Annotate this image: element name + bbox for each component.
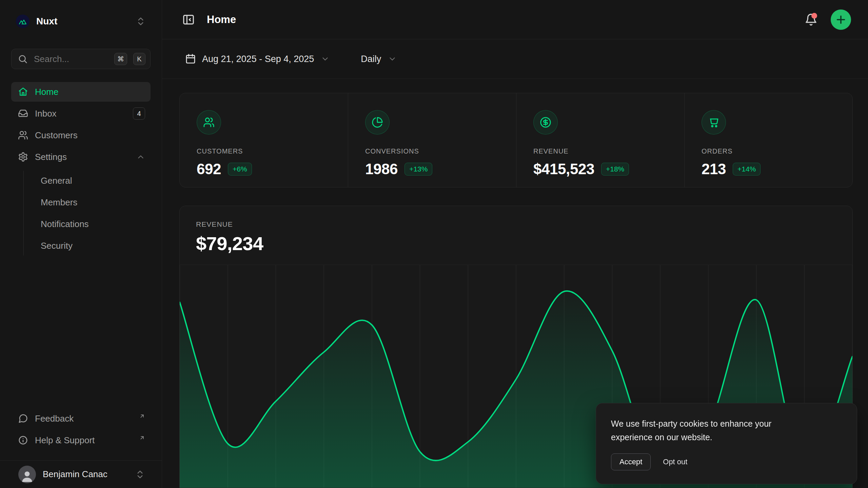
cookie-banner: We use first-party cookies to enhance yo… xyxy=(596,403,857,484)
sidebar-item-inbox[interactable]: Inbox 4 xyxy=(11,104,151,123)
shopping-cart-icon xyxy=(702,110,726,135)
sidebar-item-settings[interactable]: Settings xyxy=(11,147,151,167)
stat-card-customers[interactable]: CUSTOMERS 692 +6% xyxy=(180,93,348,187)
stat-label: CUSTOMERS xyxy=(197,147,243,155)
workspace-switcher[interactable]: Nuxt xyxy=(11,10,151,33)
user-name: Benjamin Canac xyxy=(43,469,128,480)
chevrons-up-down-icon xyxy=(136,16,146,26)
sidebar-item-home[interactable]: Home xyxy=(11,82,151,102)
revenue-total: $79,234 xyxy=(196,232,836,255)
chevron-down-icon xyxy=(388,55,397,63)
sidebar-item-label: Customers xyxy=(35,130,145,141)
feedback-link[interactable]: Feedback xyxy=(11,409,151,428)
cookie-message: We use first-party cookies to enhance yo… xyxy=(611,417,814,444)
inbox-count-badge: 4 xyxy=(133,107,145,120)
stat-delta-badge: +14% xyxy=(733,163,761,176)
kbd-k: K xyxy=(133,53,145,65)
stat-card-conversions[interactable]: CONVERSIONS 1986 +13% xyxy=(348,93,516,187)
granularity-select[interactable]: Daily xyxy=(355,49,403,69)
sidebar: Nuxt Search... ⌘ K Home Inbox 4 xyxy=(0,0,162,488)
dollar-circle-icon xyxy=(533,110,558,135)
opt-out-button[interactable]: Opt out xyxy=(663,458,687,466)
stat-delta-badge: +13% xyxy=(405,163,432,176)
accept-button[interactable]: Accept xyxy=(611,453,651,470)
workspace-name: Nuxt xyxy=(36,16,129,27)
help-support-link[interactable]: Help & Support xyxy=(11,430,151,450)
stat-label: CONVERSIONS xyxy=(365,147,419,155)
stat-value: 692 xyxy=(197,161,221,178)
stat-card-revenue[interactable]: REVENUE $415,523 +18% xyxy=(516,93,684,187)
sidebar-item-customers[interactable]: Customers xyxy=(11,125,151,145)
chevron-down-icon xyxy=(321,55,330,63)
gear-icon xyxy=(18,152,28,162)
add-button[interactable] xyxy=(831,9,851,30)
info-circle-icon xyxy=(18,435,28,445)
arrow-up-right-icon xyxy=(139,413,145,419)
sidebar-nav: Home Inbox 4 Customers Settings Genera xyxy=(11,82,151,256)
stat-delta-badge: +6% xyxy=(228,163,252,176)
search-icon xyxy=(18,54,28,64)
arrow-up-right-icon xyxy=(139,435,145,441)
sidebar-item-label: Home xyxy=(35,87,145,97)
users-icon xyxy=(197,110,221,135)
top-header: Home xyxy=(162,0,868,39)
granularity-value: Daily xyxy=(361,54,381,64)
stat-value: $415,523 xyxy=(533,161,594,178)
sidebar-item-members[interactable]: Members xyxy=(35,192,151,212)
stats-row: CUSTOMERS 692 +6% CONVERSIONS 1986 +13% xyxy=(179,93,853,187)
notification-dot xyxy=(811,13,817,19)
sidebar-item-label: Settings xyxy=(35,152,130,162)
settings-subnav: General Members Notifications Security xyxy=(23,171,151,256)
revenue-panel-header: REVENUE $79,234 xyxy=(180,206,852,265)
cookie-actions: Accept Opt out xyxy=(611,453,842,470)
chevrons-up-down-icon xyxy=(135,469,145,480)
sidebar-item-label: Inbox xyxy=(35,108,126,119)
stat-value: 1986 xyxy=(365,161,398,178)
inbox-icon xyxy=(18,108,28,119)
home-icon xyxy=(18,87,28,97)
pie-chart-icon xyxy=(365,110,390,135)
stat-card-orders[interactable]: ORDERS 213 +14% xyxy=(684,93,852,187)
date-range-value: Aug 21, 2025 - Sep 4, 2025 xyxy=(202,54,314,64)
sidebar-item-general[interactable]: General xyxy=(35,171,151,190)
stat-label: ORDERS xyxy=(702,147,733,155)
sidebar-item-notifications[interactable]: Notifications xyxy=(35,214,151,234)
filter-toolbar: Aug 21, 2025 - Sep 4, 2025 Daily xyxy=(162,39,868,79)
revenue-label: REVENUE xyxy=(196,220,836,228)
page-title: Home xyxy=(207,14,793,26)
help-support-label: Help & Support xyxy=(35,435,132,446)
stat-value: 213 xyxy=(702,161,726,178)
nuxt-logo-icon xyxy=(16,15,29,28)
feedback-label: Feedback xyxy=(35,413,132,424)
chevron-up-icon xyxy=(136,152,145,161)
date-range-picker[interactable]: Aug 21, 2025 - Sep 4, 2025 xyxy=(179,49,336,69)
users-icon xyxy=(18,130,28,140)
message-bubble-icon xyxy=(18,413,28,424)
stat-label: REVENUE xyxy=(533,147,569,155)
stat-delta-badge: +18% xyxy=(601,163,629,176)
search-placeholder: Search... xyxy=(34,54,108,64)
kbd-cmd: ⌘ xyxy=(114,53,127,65)
collapse-sidebar-button[interactable] xyxy=(179,10,198,29)
sidebar-footer: Feedback Help & Support xyxy=(11,409,151,450)
search-input[interactable]: Search... ⌘ K xyxy=(11,49,151,69)
calendar-icon xyxy=(185,54,196,64)
notifications-bell-button[interactable] xyxy=(802,10,821,29)
sidebar-item-security[interactable]: Security xyxy=(35,236,151,256)
avatar xyxy=(18,466,36,483)
user-menu[interactable]: Benjamin Canac xyxy=(0,460,162,488)
